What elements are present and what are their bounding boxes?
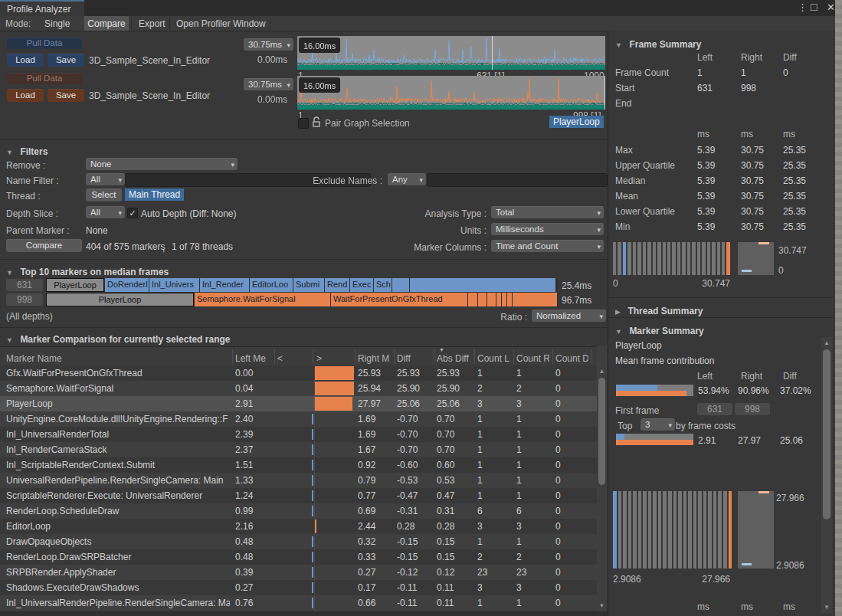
top10-marker-segment[interactable] — [496, 293, 501, 306]
top10-marker-segment[interactable]: EditorLoo — [250, 278, 293, 292]
column-header-diff[interactable]: Diff — [397, 353, 431, 364]
graph-bottom[interactable]: 16.00ms — [297, 76, 605, 110]
scrollbar-thumb[interactable] — [598, 378, 605, 485]
mode-single-button[interactable]: Single — [44, 18, 70, 29]
top10-header[interactable]: ▼ Top 10 markers on median frames — [6, 264, 169, 278]
frame-summary-histogram[interactable] — [613, 242, 730, 275]
top-n-dropdown[interactable]: 3 — [641, 418, 675, 431]
thread-summary-header[interactable]: ▶ Thread Summary — [615, 303, 703, 317]
remove-dropdown[interactable]: None — [86, 158, 238, 170]
scroll-down-icon[interactable]: ▼ — [821, 603, 832, 612]
save-right-button[interactable]: Save — [48, 89, 84, 102]
graph-bottom-scale-dropdown[interactable]: 30.75ms — [244, 78, 293, 90]
top10-marker-segment[interactable]: Exec — [350, 278, 373, 292]
table-row[interactable]: Inl_UniversalRenderTotal2.391.69-0.700.7… — [0, 427, 597, 442]
first-frame-right-button[interactable]: 998 — [735, 403, 770, 415]
column-header-left-me[interactable]: Left Me — [235, 353, 271, 364]
load-right-button[interactable]: Load — [7, 89, 44, 102]
top10-frame-chip[interactable]: 631 — [6, 279, 43, 291]
compare-button[interactable]: Compare — [6, 239, 82, 252]
top10-marker-segment[interactable]: PlayerLoop — [46, 278, 104, 292]
column-header-count-l[interactable]: Count L — [477, 353, 510, 364]
marker-comparison-header[interactable]: ▼ Marker Comparison for currently select… — [6, 332, 230, 346]
top10-marker-segment[interactable] — [410, 278, 555, 292]
table-row[interactable]: Inl_UniversalRenderPipeline.RenderSingle… — [0, 595, 597, 611]
save-left-button[interactable]: Save — [48, 54, 84, 67]
top10-marker-segment[interactable]: DoRenderl — [105, 278, 149, 292]
close-icon[interactable]: ✕ — [827, 2, 835, 13]
table-row[interactable]: EditorLoop2.162.440.280.28330 — [0, 519, 597, 534]
column-header-abs-diff[interactable]: Abs Diff — [437, 353, 471, 364]
table-row[interactable]: RenderLoop.DrawSRPBatcher0.480.33-0.150.… — [0, 549, 597, 565]
column-header--[interactable]: > — [316, 353, 352, 364]
table-row[interactable]: Inl_ScriptableRenderContext.Submit1.510.… — [0, 457, 597, 473]
marker-summary-histogram[interactable] — [613, 491, 732, 568]
top10-marker-segment[interactable] — [502, 293, 506, 306]
ratio-dropdown[interactable]: Normalized — [532, 310, 606, 322]
scroll-up-icon[interactable]: ▲ — [597, 367, 607, 376]
pair-graph-selection-checkbox[interactable] — [298, 118, 309, 129]
scroll-up-icon[interactable]: ▲ — [821, 337, 832, 348]
depth-slice-dropdown[interactable]: All — [86, 206, 125, 218]
top10-marker-segment[interactable]: WaitForPresentOnGfxThread — [331, 293, 467, 306]
pull-data-left-button[interactable]: Pull Data — [7, 38, 82, 49]
analysis-type-dropdown[interactable]: Total — [491, 206, 604, 218]
table-row[interactable]: Inl_RenderCameraStack2.371.67-0.700.7011… — [0, 442, 597, 457]
table-row[interactable]: Semaphore.WaitForSignal0.0425.9425.9025.… — [0, 381, 597, 396]
top10-marker-segment[interactable]: Rend — [325, 278, 349, 292]
maximize-icon[interactable]: □ — [811, 1, 817, 13]
column-header-marker-name[interactable]: Marker Name — [6, 353, 229, 364]
top10-marker-segment[interactable]: PlayerLoop — [46, 293, 194, 306]
column-header-right-m[interactable]: Right M — [358, 353, 391, 364]
exclude-mode-dropdown[interactable]: Any — [388, 173, 426, 185]
graph-top-scale-dropdown[interactable]: 30.75ms — [244, 38, 293, 51]
table-row[interactable]: UniversalRenderPipeline.RenderSingleCame… — [0, 473, 597, 488]
window-menu-icon[interactable]: ⋮ — [798, 2, 808, 13]
table-row[interactable]: SRPBRender.ApplyShader0.390.27-0.120.122… — [0, 565, 597, 580]
graph-top-threshold-badge[interactable]: 16.00ms — [299, 38, 340, 53]
mode-compare-button[interactable]: Compare — [84, 16, 129, 31]
comparison-scrollbar[interactable]: ▲ ▼ — [597, 346, 607, 611]
table-row[interactable]: ScriptableRenderer.Execute: UniversalRen… — [0, 488, 597, 503]
exclude-names-input[interactable] — [427, 173, 608, 187]
column-header-count-r[interactable]: Count R — [516, 353, 549, 364]
selected-marker-chip[interactable]: PlayerLoop — [549, 116, 604, 128]
filters-header[interactable]: ▼ Filters — [6, 144, 48, 158]
marker-columns-dropdown[interactable]: Time and Count — [491, 240, 604, 252]
load-left-button[interactable]: Load — [7, 54, 44, 67]
table-row[interactable]: PlayerLoop2.9127.9725.0625.06330 — [0, 396, 597, 411]
top10-marker-segment[interactable]: Sch — [374, 278, 392, 292]
graph-bottom-threshold-badge[interactable]: 16.00ms — [299, 77, 340, 93]
top10-marker-segment[interactable]: Inl_Univers — [149, 278, 199, 292]
tab-profile-analyzer[interactable]: Profile Analyzer — [0, 0, 84, 16]
thread-select-button[interactable]: Select — [86, 188, 122, 202]
marker-summary-boxplot[interactable] — [738, 491, 774, 568]
table-row[interactable]: DrawOpaqueObjects0.480.32-0.150.15110 — [0, 534, 597, 549]
top10-marker-segment[interactable] — [478, 293, 487, 306]
thread-value-chip[interactable]: Main Thread — [125, 188, 184, 201]
top10-marker-segment[interactable] — [513, 293, 557, 306]
pull-data-right-button[interactable]: Pull Data — [7, 73, 82, 84]
top10-marker-segment[interactable]: Semaphore.WaitForSignal — [195, 293, 330, 306]
top10-marker-segment[interactable]: Submi — [293, 278, 324, 292]
export-button[interactable]: Export — [139, 18, 165, 29]
top10-marker-segment[interactable] — [392, 278, 409, 292]
scroll-down-icon[interactable]: ▼ — [597, 601, 607, 611]
column-header-count-d[interactable]: Count D — [555, 353, 588, 364]
table-row[interactable]: UnityEngine.CoreModule.dll!UnityEngine.R… — [0, 411, 597, 427]
frame-summary-header[interactable]: ▼ Frame Summary — [615, 37, 701, 51]
first-frame-left-button[interactable]: 631 — [697, 403, 732, 415]
frame-summary-boxplot[interactable] — [738, 242, 774, 275]
auto-depth-checkbox[interactable]: ✓ — [127, 208, 138, 218]
table-row[interactable]: Shadows.ExecuteDrawShadows0.270.17-0.110… — [0, 580, 597, 595]
table-row[interactable]: RenderLoop.ScheduleDraw0.990.69-0.310.31… — [0, 503, 597, 519]
marker-summary-header[interactable]: ▼ Marker Summary — [615, 323, 704, 337]
right-panel-scrollbar[interactable]: ▲ ▼ — [821, 337, 832, 613]
top10-marker-segment[interactable] — [487, 293, 496, 306]
name-filter-mode-dropdown[interactable]: All — [86, 173, 125, 185]
top10-marker-segment[interactable] — [468, 293, 477, 306]
top10-marker-segment[interactable]: Inl_Render — [200, 278, 249, 292]
graph-top[interactable]: 16.00ms — [297, 36, 605, 70]
units-dropdown[interactable]: Milliseconds — [491, 223, 604, 235]
top10-marker-segment[interactable] — [507, 293, 512, 306]
